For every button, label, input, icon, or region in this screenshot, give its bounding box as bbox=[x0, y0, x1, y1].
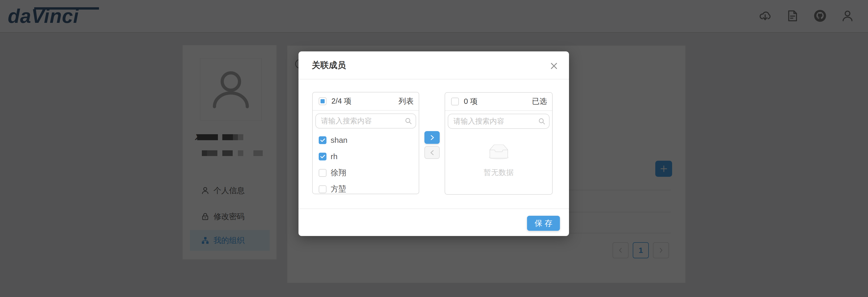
item-checkbox[interactable] bbox=[319, 185, 327, 193]
list-item-rh[interactable]: rh bbox=[313, 148, 419, 165]
modal-header: 关联成员 bbox=[299, 51, 569, 79]
save-button[interactable]: 保 存 bbox=[527, 216, 560, 231]
empty-state: 暂无数据 bbox=[445, 144, 552, 178]
associate-members-modal: 关联成员 2/4 项 列表 bbox=[299, 51, 569, 236]
list-item-fangkun[interactable]: 方堃 bbox=[313, 181, 419, 194]
list-item-xuxiang[interactable]: 徐翔 bbox=[313, 165, 419, 181]
chevron-left-icon bbox=[429, 150, 435, 156]
close-icon bbox=[550, 62, 558, 70]
select-all-checkbox[interactable] bbox=[319, 97, 327, 105]
empty-text: 暂无数据 bbox=[484, 167, 514, 178]
item-checkbox[interactable] bbox=[319, 153, 327, 160]
check-icon bbox=[320, 138, 325, 142]
source-title: 列表 bbox=[399, 96, 413, 106]
empty-box-icon bbox=[486, 144, 511, 161]
source-item-list: shan rh 徐翔 方堃 bbox=[313, 132, 419, 194]
source-panel-header: 2/4 项 列表 bbox=[313, 92, 419, 111]
item-label: rh bbox=[331, 152, 338, 161]
item-label: 方堃 bbox=[331, 184, 346, 194]
source-count: 2/4 项 bbox=[331, 96, 351, 106]
select-all-checkbox[interactable] bbox=[451, 98, 459, 105]
modal-title: 关联成员 bbox=[312, 51, 346, 79]
transfer-operations bbox=[425, 131, 440, 159]
close-button[interactable] bbox=[548, 60, 560, 72]
transfer-source-panel: 2/4 项 列表 shan bbox=[312, 92, 419, 194]
item-label: shan bbox=[331, 136, 347, 144]
chevron-right-icon bbox=[429, 134, 435, 141]
source-search bbox=[315, 113, 416, 129]
item-checkbox[interactable] bbox=[319, 169, 327, 177]
move-right-button[interactable] bbox=[425, 131, 440, 144]
list-item-shan[interactable]: shan bbox=[313, 132, 419, 148]
target-search-input[interactable] bbox=[448, 114, 550, 129]
target-count: 0 项 bbox=[464, 96, 477, 107]
move-left-button[interactable] bbox=[425, 146, 440, 159]
app-window: daVinci bbox=[0, 0, 868, 297]
item-label: 徐翔 bbox=[331, 167, 346, 178]
source-search-input[interactable] bbox=[315, 113, 416, 129]
target-search bbox=[448, 114, 550, 129]
target-title: 已选 bbox=[532, 96, 547, 107]
transfer-target-panel: 0 项 已选 暂无数据 bbox=[445, 92, 553, 195]
check-icon bbox=[320, 155, 325, 159]
modal-footer: 保 存 bbox=[299, 209, 569, 236]
item-checkbox[interactable] bbox=[319, 136, 327, 144]
target-panel-header: 0 项 已选 bbox=[445, 93, 552, 111]
